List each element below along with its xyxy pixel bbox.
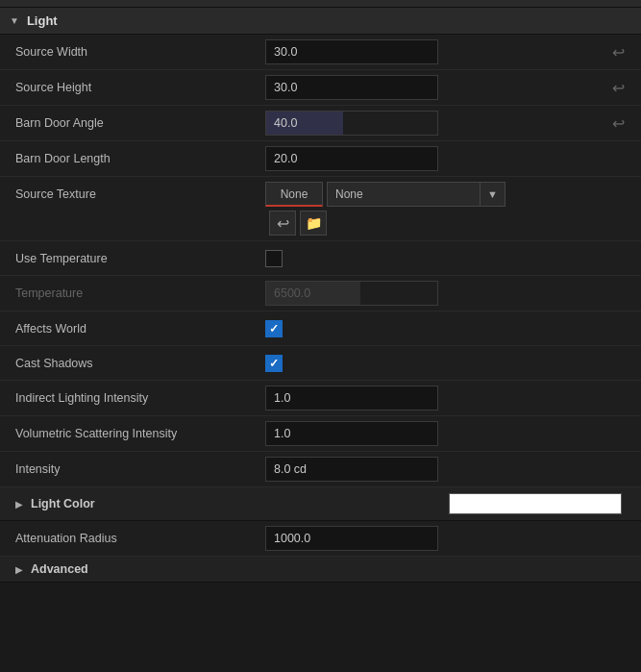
top-bar bbox=[0, 0, 641, 8]
attenuation-radius-input[interactable] bbox=[265, 526, 438, 551]
source-texture-icons: ↩ 📁 bbox=[269, 211, 631, 236]
cast-shadows-row: Cast Shadows ✓ bbox=[0, 346, 641, 381]
cast-shadows-checkbox[interactable]: ✓ bbox=[265, 355, 283, 372]
light-panel: ▼ Light Source Width ↩ Source Height ↩ B… bbox=[0, 0, 641, 583]
volumetric-scattering-intensity-row: Volumetric Scattering Intensity bbox=[0, 416, 641, 452]
section-title: Light bbox=[27, 13, 58, 28]
volumetric-scattering-intensity-input[interactable] bbox=[265, 421, 438, 446]
attenuation-radius-label: Attenuation Radius bbox=[15, 532, 265, 545]
section-chevron: ▼ bbox=[10, 15, 19, 26]
barn-door-angle-row: Barn Door Angle ↩ bbox=[0, 106, 641, 141]
advanced-header[interactable]: ▶ Advanced bbox=[0, 557, 641, 583]
source-texture-browse-icon[interactable]: 📁 bbox=[300, 211, 327, 236]
barn-door-angle-value bbox=[265, 111, 604, 136]
source-width-row: Source Width ↩ bbox=[0, 35, 641, 70]
source-height-row: Source Height ↩ bbox=[0, 70, 641, 106]
affects-world-label: Affects World bbox=[15, 322, 265, 336]
cast-shadows-label: Cast Shadows bbox=[15, 357, 265, 370]
light-section-header[interactable]: ▼ Light bbox=[0, 8, 641, 35]
affects-world-checkbox[interactable]: ✓ bbox=[265, 320, 283, 337]
source-texture-dropdown-arrow[interactable]: ▼ bbox=[481, 182, 505, 207]
source-width-value bbox=[265, 39, 604, 64]
barn-door-length-value bbox=[265, 146, 604, 171]
source-width-input[interactable] bbox=[265, 39, 438, 64]
volumetric-scattering-intensity-value bbox=[265, 421, 631, 446]
barn-door-length-input[interactable] bbox=[265, 146, 438, 171]
temperature-input[interactable] bbox=[265, 281, 438, 306]
source-texture-dropdown[interactable]: None bbox=[327, 182, 481, 207]
intensity-value bbox=[265, 457, 631, 482]
source-height-label: Source Height bbox=[15, 81, 265, 94]
intensity-input[interactable] bbox=[265, 457, 438, 482]
cast-shadows-checkmark: ✓ bbox=[269, 357, 279, 370]
barn-door-angle-label: Barn Door Angle bbox=[15, 116, 265, 130]
indirect-lighting-intensity-input[interactable] bbox=[265, 386, 438, 411]
temperature-value bbox=[265, 281, 631, 306]
affects-world-checkmark: ✓ bbox=[269, 322, 279, 336]
volumetric-scattering-intensity-label: Volumetric Scattering Intensity bbox=[15, 427, 265, 440]
source-width-label: Source Width bbox=[15, 45, 265, 59]
attenuation-radius-value bbox=[265, 526, 631, 551]
source-texture-top: None None ▼ bbox=[265, 182, 631, 207]
barn-door-length-row: Barn Door Length ↩ bbox=[0, 141, 641, 177]
affects-world-row: Affects World ✓ bbox=[0, 311, 641, 346]
barn-door-angle-reset[interactable]: ↩ bbox=[604, 114, 631, 133]
source-texture-none-button[interactable]: None bbox=[265, 182, 323, 207]
source-texture-value: None None ▼ ↩ 📁 bbox=[265, 182, 631, 236]
use-temperature-row: Use Temperature bbox=[0, 241, 641, 276]
intensity-label: Intensity bbox=[15, 462, 265, 476]
source-width-reset[interactable]: ↩ bbox=[604, 43, 631, 62]
light-color-chevron: ▶ bbox=[15, 499, 23, 510]
cast-shadows-value: ✓ bbox=[265, 355, 631, 372]
source-texture-row: Source Texture None None ▼ ↩ 📁 bbox=[0, 177, 641, 241]
affects-world-value: ✓ bbox=[265, 320, 631, 337]
barn-door-length-label: Barn Door Length bbox=[15, 152, 265, 165]
source-texture-dropdown-wrap: None ▼ bbox=[327, 182, 505, 207]
indirect-lighting-intensity-label: Indirect Lighting Intensity bbox=[15, 391, 265, 405]
indirect-lighting-intensity-row: Indirect Lighting Intensity bbox=[0, 381, 641, 416]
light-color-header[interactable]: ▶ Light Color bbox=[0, 487, 641, 521]
barn-door-angle-slider-wrap bbox=[265, 111, 438, 136]
advanced-label: Advanced bbox=[31, 562, 88, 576]
light-color-swatch[interactable] bbox=[449, 493, 622, 514]
source-texture-reset-icon[interactable]: ↩ bbox=[269, 211, 296, 236]
use-temperature-checkbox[interactable] bbox=[265, 250, 283, 267]
temperature-slider-wrap bbox=[265, 281, 438, 306]
intensity-row: Intensity bbox=[0, 452, 641, 487]
temperature-row: Temperature bbox=[0, 276, 641, 311]
source-texture-label: Source Texture bbox=[15, 182, 265, 201]
use-temperature-label: Use Temperature bbox=[15, 252, 265, 265]
source-height-reset[interactable]: ↩ bbox=[604, 79, 631, 97]
source-height-input[interactable] bbox=[265, 75, 438, 100]
source-height-value bbox=[265, 75, 604, 100]
barn-door-angle-input[interactable] bbox=[265, 111, 438, 136]
indirect-lighting-intensity-value bbox=[265, 386, 631, 411]
advanced-chevron: ▶ bbox=[15, 564, 23, 575]
use-temperature-value bbox=[265, 250, 631, 267]
temperature-label: Temperature bbox=[15, 286, 265, 300]
attenuation-radius-row: Attenuation Radius bbox=[0, 521, 641, 557]
light-color-label: Light Color bbox=[31, 497, 95, 510]
